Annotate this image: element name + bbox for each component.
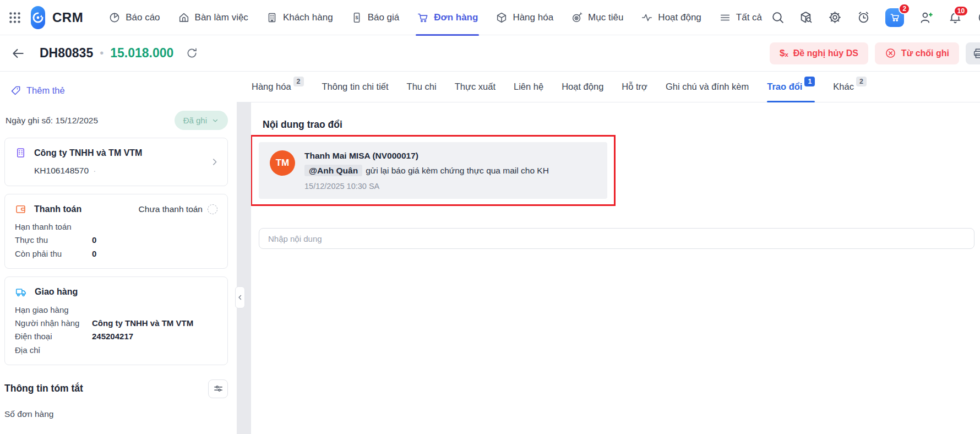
posted-date-row: Ngày ghi sổ: 15/12/2025 Đã ghi xyxy=(6,111,228,130)
add-tag-label: Thêm thẻ xyxy=(26,85,65,96)
apps-grid-icon[interactable] xyxy=(8,10,22,25)
payment-row: Hạn thanh toán xyxy=(15,221,217,232)
tab-hoat-dong[interactable]: Hoạt động xyxy=(562,71,603,102)
tab-ho-tro[interactable]: Hỗ trợ xyxy=(622,71,647,102)
purchase-cart-app-icon[interactable]: 2 xyxy=(885,8,904,27)
row-label: Điện thoại xyxy=(15,331,92,342)
order-amount: 15.018.000 xyxy=(110,46,173,61)
customer-code: KH106148570 xyxy=(34,166,89,176)
help-icon[interactable]: ? xyxy=(977,10,980,25)
tab-khac[interactable]: Khác2 xyxy=(833,71,867,102)
chevron-down-icon xyxy=(211,117,219,124)
status-badge[interactable]: Đã ghi xyxy=(175,111,228,130)
nav-item-bao-cao[interactable]: Báo cáo xyxy=(100,0,168,35)
settings-gear-icon[interactable] xyxy=(828,10,842,24)
tab-label: Hàng hóa xyxy=(252,82,291,92)
refuse-post-button[interactable]: Từ chối ghi xyxy=(875,42,959,64)
row-label: Hạn thanh toán xyxy=(15,221,92,232)
sidebar-collapse-rail xyxy=(237,102,251,434)
collapse-sidebar-handle[interactable] xyxy=(235,286,245,308)
request-cancel-label: Đề nghị hủy DS xyxy=(793,48,858,58)
discussion-title: Nội dung trao đổi xyxy=(263,119,974,131)
nav-item-bao-gia[interactable]: $ Báo giá xyxy=(342,0,409,35)
print-button[interactable] xyxy=(966,42,980,64)
delivery-row: Điện thoại 245204217 xyxy=(15,331,217,342)
tab-label: Thông tin chi tiết xyxy=(322,82,389,92)
notification-badge: 10 xyxy=(954,6,968,17)
payment-title: Thanh toán xyxy=(34,204,81,214)
tab-ghi-chu-va-dinh-kem[interactable]: Ghi chú và đính kèm xyxy=(666,71,749,102)
delivery-rows: Hạn giao hàng Người nhận hàng Công ty TN… xyxy=(15,305,217,356)
row-label: Người nhận hàng xyxy=(15,318,92,329)
comment-input[interactable] xyxy=(259,228,974,249)
tab-thuc-xuat[interactable]: Thực xuất xyxy=(455,71,496,102)
payment-status-circle-icon[interactable] xyxy=(208,204,217,214)
dollar-x-icon: $ₓ xyxy=(780,48,788,59)
nav-item-hoat-dong[interactable]: Hoạt động xyxy=(632,0,710,35)
summary-header-row: Thông tin tóm tắt xyxy=(4,379,228,398)
header-actions: $ₓ Đề nghị hủy DS Từ chối ghi xyxy=(770,42,980,64)
building-icon xyxy=(266,12,278,24)
customer-code-dot: · xyxy=(93,166,96,176)
nav-item-label: Hàng hóa xyxy=(513,12,553,23)
nav-item-label: Hoạt động xyxy=(658,12,701,23)
nav-item-hang-hoa[interactable]: Hàng hóa xyxy=(487,0,562,35)
nav-item-muc-tieu[interactable]: Mục tiêu xyxy=(562,0,632,35)
nav-item-tat-ca[interactable]: Tất cả xyxy=(710,0,771,35)
add-user-icon[interactable] xyxy=(919,10,933,25)
tab-label: Hoạt động xyxy=(562,82,603,92)
message-author: Thanh Mai MISA (NV000017) xyxy=(304,151,549,161)
wallet-icon xyxy=(15,203,26,215)
tab-label: Liên hệ xyxy=(514,82,543,92)
tab-trao-doi[interactable]: Trao đổi1 xyxy=(767,71,815,102)
nav-item-label: Khách hàng xyxy=(283,12,333,23)
tab-lien-he[interactable]: Liên hệ xyxy=(514,71,543,102)
nav-item-label: Báo giá xyxy=(368,12,400,23)
annotation-highlight-box: TM Thanh Mai MISA (NV000017) @Anh Quângử… xyxy=(251,135,616,206)
chevron-right-icon[interactable] xyxy=(210,157,220,167)
mention-chip[interactable]: @Anh Quân xyxy=(304,165,362,176)
detail-tabbar: Hàng hóa2 Thông tin chi tiết Thu chi Thự… xyxy=(237,72,980,102)
tab-label: Khác xyxy=(833,82,854,92)
nav-item-label: Báo cáo xyxy=(126,12,160,23)
tag-icon xyxy=(10,85,21,96)
customer-card[interactable]: Công ty TNHH và TM VTM KH106148570 · xyxy=(4,138,228,186)
summary-settings-button[interactable] xyxy=(208,379,228,398)
top-navigation: CRM Báo cáo Bàn làm việc Khách hàn xyxy=(0,0,980,35)
order-code: DH80835 xyxy=(40,46,93,61)
tab-thong-tin-chi-tiet[interactable]: Thông tin chi tiết xyxy=(322,71,389,102)
add-tag-link[interactable]: Thêm thẻ xyxy=(10,85,228,96)
tab-badge: 1 xyxy=(804,77,815,86)
row-label: Còn phải thu xyxy=(15,248,92,259)
crm-logo-icon[interactable] xyxy=(31,6,45,29)
tab-label: Ghi chú và đính kèm xyxy=(666,82,749,92)
notification-bell-icon[interactable]: 10 xyxy=(948,10,962,25)
nav-item-khach-hang[interactable]: Khách hàng xyxy=(257,0,342,35)
truck-icon xyxy=(15,286,27,298)
box-icon xyxy=(496,12,508,24)
tab-thu-chi[interactable]: Thu chi xyxy=(407,71,437,102)
tab-hang-hoa[interactable]: Hàng hóa2 xyxy=(252,71,304,102)
invoice-icon: $ xyxy=(351,12,363,24)
tab-badge: 2 xyxy=(293,77,304,86)
request-cancel-button[interactable]: $ₓ Đề nghị hủy DS xyxy=(770,42,868,64)
header-separator: • xyxy=(100,47,104,59)
discussion-panel: Nội dung trao đổi TM Thanh Mai MISA (NV0… xyxy=(251,102,980,434)
back-arrow-icon[interactable] xyxy=(11,46,25,61)
nav-item-don-hang[interactable]: Đơn hàng xyxy=(408,0,487,35)
nav-item-ban-lam-viec[interactable]: Bàn làm việc xyxy=(169,0,257,35)
product-lookup-icon[interactable] xyxy=(799,10,813,24)
nav-item-label: Đơn hàng xyxy=(434,12,478,23)
customer-building-icon xyxy=(15,147,26,159)
nav-item-label: Bàn làm việc xyxy=(195,12,248,23)
nav-item-label: Mục tiêu xyxy=(588,12,623,23)
timesheet-clock-icon[interactable] xyxy=(857,10,870,24)
refresh-icon[interactable] xyxy=(186,47,198,59)
main-menu: Báo cáo Bàn làm việc Khách hàng $ xyxy=(100,0,771,35)
row-value: 0 xyxy=(92,235,96,246)
cart-icon xyxy=(417,12,429,24)
delivery-title: Giao hàng xyxy=(35,287,78,297)
search-icon[interactable] xyxy=(771,10,785,24)
tab-badge: 2 xyxy=(856,77,867,86)
svg-text:$: $ xyxy=(355,14,358,20)
